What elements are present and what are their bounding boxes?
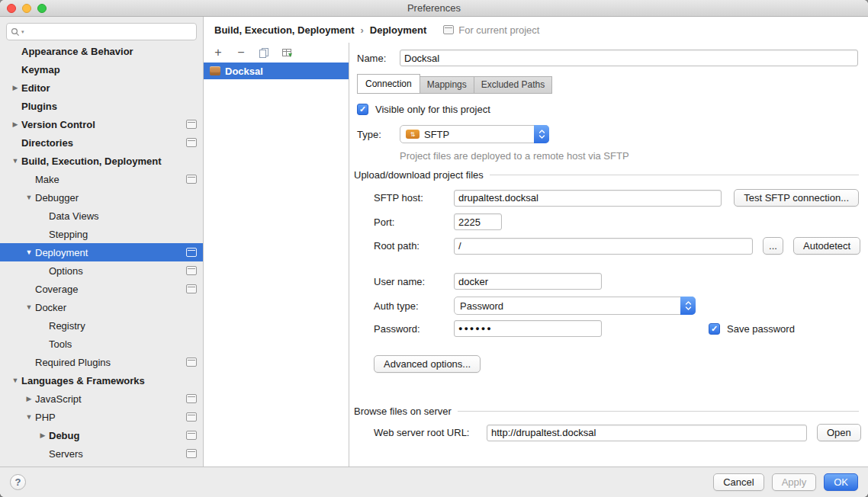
port-input[interactable] (454, 213, 502, 230)
chevron-collapsed-icon[interactable]: ▶ (9, 84, 21, 91)
web-root-input[interactable] (487, 425, 807, 441)
sidebar-item-data-views[interactable]: Data Views (0, 207, 203, 225)
tab-excluded-paths[interactable]: Excluded Paths (474, 76, 552, 94)
browse-section-title: Browse files on server (354, 406, 452, 417)
sidebar-item-editor[interactable]: ▶Editor (0, 79, 203, 97)
auth-type-select[interactable]: Password (454, 297, 696, 315)
chevron-collapsed-icon[interactable]: ▶ (9, 120, 21, 128)
type-value: SFTP (424, 129, 449, 140)
server-config-tabs: Connection Mappings Excluded Paths (357, 75, 552, 94)
ok-button[interactable]: OK (824, 473, 858, 491)
per-project-settings-icon (186, 449, 197, 458)
chevron-expanded-icon[interactable]: ▼ (23, 413, 35, 421)
sftp-host-label: SFTP host: (374, 192, 454, 204)
tab-connection[interactable]: Connection (357, 74, 420, 94)
open-button[interactable]: Open (817, 424, 861, 441)
sidebar-item-label: Debugger (35, 192, 79, 204)
tab-mappings[interactable]: Mappings (420, 76, 474, 94)
chevron-collapsed-icon[interactable]: ▶ (23, 395, 35, 402)
sidebar-item-keymap[interactable]: Keymap (0, 60, 203, 79)
root-path-input[interactable] (454, 238, 753, 255)
chevron-expanded-icon[interactable]: ▼ (23, 248, 35, 256)
sidebar-item-appearance-behavior[interactable]: Appearance & Behavior (0, 42, 203, 60)
test-sftp-connection-button[interactable]: Test SFTP connection... (734, 189, 859, 207)
sidebar-item-registry[interactable]: Registry (0, 316, 203, 335)
sidebar-item-build-execution-deployment[interactable]: ▼Build, Execution, Deployment (0, 152, 203, 170)
type-row: Type: ⇅ SFTP (357, 125, 549, 143)
use-as-default-button[interactable] (281, 46, 293, 59)
sidebar-item-tools[interactable]: Tools (0, 335, 203, 353)
sidebar-item-directories[interactable]: Directories (0, 133, 203, 152)
project-scope-icon (443, 25, 454, 34)
chevron-expanded-icon[interactable]: ▼ (9, 157, 21, 165)
per-project-settings-icon (186, 358, 197, 367)
browse-root-path-button[interactable]: ... (763, 237, 783, 255)
per-project-settings-icon (186, 266, 197, 275)
sidebar-item-label: Languages & Frameworks (21, 375, 145, 386)
sidebar-item-javascript[interactable]: ▶JavaScript (0, 390, 203, 408)
sidebar-item-php[interactable]: ▼PHP (0, 408, 203, 426)
user-name-label: User name: (374, 276, 454, 287)
breadcrumb-current: Deployment (370, 24, 426, 36)
sidebar-item-version-control[interactable]: ▶Version Control (0, 115, 203, 133)
name-input[interactable] (400, 50, 858, 66)
chevron-expanded-icon[interactable]: ▼ (9, 377, 21, 384)
sidebar-item-languages-frameworks[interactable]: ▼Languages & Frameworks (0, 371, 203, 390)
cancel-button[interactable]: Cancel (713, 473, 764, 491)
sidebar-item-label: Options (49, 265, 83, 277)
sidebar-item-label: Version Control (21, 119, 95, 130)
chevron-expanded-icon[interactable]: ▼ (23, 303, 35, 311)
sidebar-item-servers[interactable]: Servers (0, 444, 203, 463)
settings-sidebar: ▾ Appearance & BehaviorKeymap▶EditorPlug… (0, 17, 204, 467)
sidebar-item-label: Plugins (21, 101, 57, 112)
advanced-options-button[interactable]: Advanced options... (374, 355, 481, 373)
save-password-checkbox[interactable]: ✓ (709, 323, 720, 335)
sidebar-item-options[interactable]: Options (0, 261, 203, 280)
search-history-caret-icon[interactable]: ▾ (21, 29, 24, 35)
user-name-row: User name: (374, 273, 602, 290)
chevron-expanded-icon[interactable]: ▼ (23, 194, 35, 201)
copy-server-button[interactable] (258, 46, 270, 59)
password-input[interactable] (454, 320, 602, 337)
project-scope-label: For current project (458, 24, 539, 36)
autodetect-button[interactable]: Autodetect (793, 237, 860, 255)
settings-searchbox[interactable]: ▾ (6, 23, 197, 40)
sidebar-item-coverage[interactable]: Coverage (0, 280, 203, 298)
per-project-settings-icon (186, 284, 197, 293)
user-name-input[interactable] (454, 273, 602, 290)
help-button[interactable]: ? (10, 474, 26, 490)
sidebar-item-label: Docker (35, 302, 66, 313)
sidebar-item-make[interactable]: Make (0, 170, 203, 188)
visible-only-checkbox[interactable]: ✓ (357, 104, 368, 115)
type-select[interactable]: ⇅ SFTP (400, 125, 549, 143)
sftp-host-row: SFTP host: Test SFTP connection... (374, 189, 859, 207)
breadcrumb-parent[interactable]: Build, Execution, Deployment (214, 24, 354, 36)
breadcrumb: Build, Execution, Deployment › Deploymen… (204, 17, 868, 43)
sidebar-item-stepping[interactable]: Stepping (0, 225, 203, 243)
sidebar-item-label: Registry (49, 320, 85, 332)
search-icon (11, 27, 20, 37)
upload-section-separator: Upload/download project files (354, 168, 859, 181)
add-server-button[interactable]: + (212, 46, 224, 59)
save-password-label: Save password (727, 323, 795, 335)
footer-buttons: Cancel Apply OK (713, 473, 858, 491)
remove-server-button[interactable]: − (235, 46, 247, 59)
sidebar-item-debugger[interactable]: ▼Debugger (0, 188, 203, 207)
per-project-settings-icon (186, 248, 197, 257)
sidebar-item-label: JavaScript (35, 393, 82, 405)
sidebar-item-deployment[interactable]: ▼Deployment (0, 243, 203, 261)
sidebar-item-label: Stepping (49, 229, 88, 240)
sidebar-item-docker[interactable]: ▼Docker (0, 298, 203, 316)
sftp-host-input[interactable] (454, 190, 722, 207)
settings-search-input[interactable] (26, 26, 192, 37)
sidebar-item-required-plugins[interactable]: Required Plugins (0, 353, 203, 371)
per-project-settings-icon (186, 138, 197, 147)
chevron-collapsed-icon[interactable]: ▶ (37, 431, 49, 439)
sidebar-item-debug[interactable]: ▶Debug (0, 426, 203, 444)
browse-section-separator: Browse files on server (354, 404, 859, 418)
server-list-item-docksal[interactable]: Docksal (204, 63, 349, 79)
sidebar-item-plugins[interactable]: Plugins (0, 97, 203, 115)
port-label: Port: (374, 216, 454, 228)
preferences-window: Preferences ▾ Appearance & BehaviorKeyma… (0, 0, 868, 497)
apply-button[interactable]: Apply (772, 473, 817, 491)
